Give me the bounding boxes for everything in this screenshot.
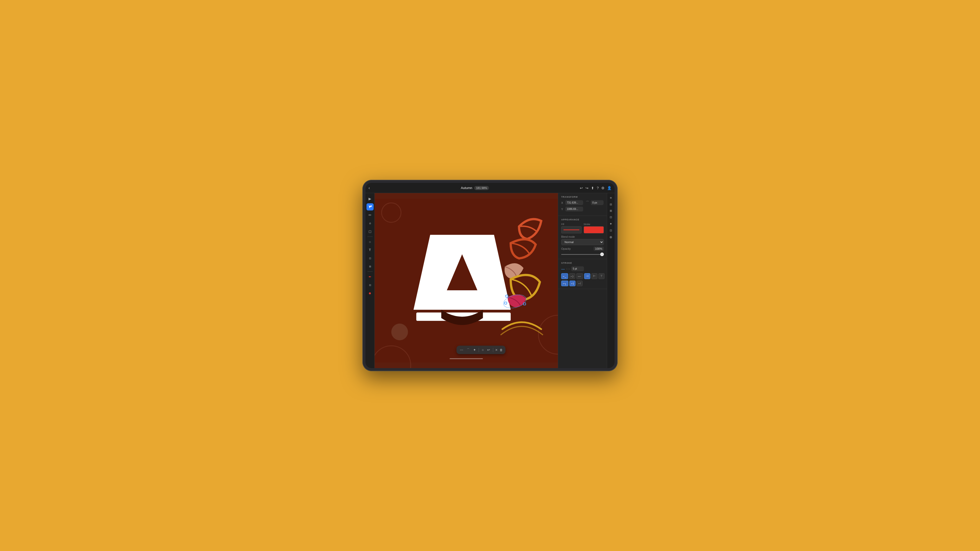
x-input[interactable] [565,200,583,205]
properties-icon[interactable]: ⊟ [609,202,613,207]
delete-icon[interactable]: 🗑 [500,348,503,352]
transform-title: TRANSFORM [561,196,604,198]
stroke-swatch[interactable] [584,226,604,233]
stroke-solid-btn[interactable]: — [561,267,565,271]
help-icon[interactable]: ? [597,186,599,190]
brush-tool[interactable]: ⊘ [366,220,374,227]
select-tool[interactable]: ▶ [366,195,374,202]
left-toolbar: ▶ ✏ ⊘ ◻ ○ T ⊡ ⊞ ✒ ⊟ ● [366,193,375,368]
back-button[interactable]: ‹ [369,186,370,190]
opacity-slider[interactable] [561,252,604,256]
transform-panel-icon[interactable]: ⊡ [609,215,613,220]
join-row: ⌐┐ ⌐) ⌐/ [561,281,604,286]
radius-input[interactable] [591,200,604,205]
fill-swatch[interactable] [561,226,582,233]
direct-select-tool[interactable] [366,203,374,210]
canvas-area[interactable]: ⋯ ⌒ ✦ ○ ↩ ✕ 🗑 [375,193,558,368]
right-panel: TRANSFORM X ⌒ Y APPEARANCE [558,193,607,368]
y-label: Y [561,208,564,211]
close-path-icon[interactable]: ○ [481,347,485,353]
ellipse-tool[interactable]: ○ [366,238,374,245]
smooth-node-icon[interactable]: ⌒ [466,347,470,353]
opacity-label: Opacity [561,247,571,250]
cap-row: ⌐_ ⌐) ⌐⌐ ⊣ ⊢ ⊤ [561,273,604,279]
main-area: ▶ ✏ ⊘ ◻ ○ T ⊡ ⊞ ✒ ⊟ ● [366,193,614,368]
corner-radius-icon: ⌒ [586,200,589,205]
far-right-panel: ≡ ⊟ ⊞ ⊡ ✦ ⊡ ⊕ [607,193,614,368]
cap-butt-btn[interactable]: ⌐_ [561,273,568,279]
image-tool[interactable]: ⊞ [366,263,374,270]
layers-icon[interactable]: ≡ [609,195,613,200]
align-tool[interactable]: ⊟ [366,281,374,289]
user-icon[interactable]: 👤 [607,186,611,190]
x-label: X [561,201,564,204]
corner-node-icon[interactable]: ✦ [473,347,477,353]
stroke-title: STROKE [561,262,604,264]
join-miter-btn[interactable]: ⌐┐ [561,281,568,286]
redo-icon[interactable]: ↪ [585,186,589,190]
appearance-title: APPEARANCE [561,218,604,221]
align-inside-btn[interactable]: ⊣ [584,273,590,279]
document-title: Autumn [461,186,473,190]
align-center-btn[interactable]: ⊢ [591,273,597,279]
share-icon[interactable]: ⬆ [591,186,594,190]
transform-tool[interactable]: ⊡ [366,254,374,262]
reverse-path-icon[interactable]: ↩ [487,347,491,353]
svg-point-0 [370,205,372,207]
text-tool[interactable]: T [366,246,374,254]
cap-round-btn[interactable]: ⌐) [569,273,575,279]
deselect-icon[interactable]: ✕ [495,348,498,352]
svg-rect-13 [450,359,483,359]
cap-square-btn[interactable]: ⌐⌐ [576,273,583,279]
join-round-btn[interactable]: ⌐) [570,281,576,286]
y-input[interactable] [565,206,583,211]
zoom-level[interactable]: 181.98% [474,186,489,190]
blend-mode-label: Blend mode [561,235,604,238]
stroke-section: STROKE — - - ⌐_ ⌐) ⌐⌐ ⊣ ⊢ ⊤ [558,259,607,289]
pencil-tool[interactable]: ✏ [366,211,374,219]
stroke-dashed-btn[interactable]: - - [566,267,570,271]
eraser-tool[interactable]: ◻ [366,228,374,235]
svg-point-5 [391,324,408,340]
context-toolbar: ⋯ ⌒ ✦ ○ ↩ ✕ 🗑 [457,346,506,354]
pen-red-tool[interactable]: ✒ [366,273,374,280]
assets-icon[interactable]: ⊞ [609,208,613,213]
top-bar: ‹ Autumn 181.98% ↩ ↪ ⬆ ? ⚙ 👤 [366,183,614,193]
tablet-frame: ‹ Autumn 181.98% ↩ ↪ ⬆ ? ⚙ 👤 ▶ [363,180,617,371]
tablet-screen: ‹ Autumn 181.98% ↩ ↪ ⬆ ? ⚙ 👤 ▶ [366,183,614,368]
align-outside-btn[interactable]: ⊤ [598,273,605,279]
stroke-width-input[interactable] [571,266,584,271]
path-icon[interactable]: ✦ [609,221,613,227]
opacity-value[interactable]: 100% [593,247,604,251]
record-tool[interactable]: ● [366,289,374,297]
export-icon[interactable]: ⊡ [609,228,613,233]
node-tool-icon[interactable]: ⋯ [459,347,464,353]
add-panel-icon[interactable]: ⊕ [609,234,613,240]
blend-mode-select[interactable]: Normal Multiply Screen Overlay [561,239,604,245]
join-bevel-btn[interactable]: ⌐/ [576,281,582,286]
undo-icon[interactable]: ↩ [580,186,583,190]
stroke-label: Stroke [584,223,604,225]
fill-label: Fill [561,223,582,225]
settings-icon[interactable]: ⚙ [601,186,605,190]
transform-section: TRANSFORM X ⌒ Y [558,193,607,216]
appearance-section: APPEARANCE Fill Stroke [558,216,607,259]
